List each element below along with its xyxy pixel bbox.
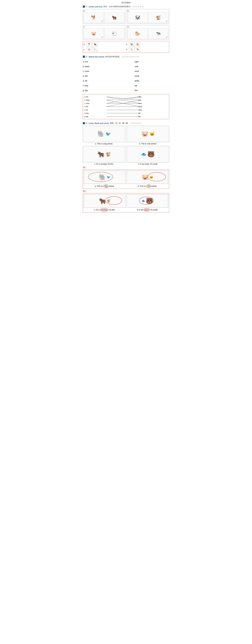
s1-horse-box: 🐎: [127, 28, 148, 39]
s1-img-row-d: 🐎 🐄: [127, 28, 168, 39]
match-left-a: a. hot: [83, 59, 117, 64]
match-right-3: short: [135, 69, 169, 74]
section-3-square: [83, 122, 85, 124]
s2-ans-left-b: b. black: [84, 98, 113, 102]
s1-dog-box: 🐕: [84, 12, 104, 23]
s3-ans-img-c: 🐂 🐒: [84, 194, 125, 208]
s1-monkey-box: 🐒: [148, 12, 169, 23]
section-1-audio: ♩S ♩S ♩S ♩S ♩S: [133, 6, 143, 8]
s1-bull-box: 🐂: [104, 12, 125, 23]
s1-ans-label-b: b.: [126, 44, 128, 45]
s3-ans-img-d: 🐟 🐻: [127, 194, 168, 208]
match-right-4: small: [135, 74, 169, 78]
match-right-6: tall: [135, 83, 169, 88]
s2-ans-left-e: e. fat: [84, 108, 113, 112]
section-2-header: 2． Match the words. 将对应的单词连线。 ♩S ♩S ♩S ♩…: [83, 55, 169, 58]
s2-ans-left-g: g. big: [84, 115, 113, 118]
s3-answer-box-1: 🐘 🐦 a. This is a big animal. 🐷 🐱 b. This…: [83, 170, 169, 189]
s2-ans-left-c: c. short: [84, 102, 113, 105]
s3-caption-a: a. This is a big animal.: [95, 143, 113, 145]
s3-ans-caption-d: d. It can swim. It's small.: [137, 208, 158, 212]
s3-ans-c: 🐂 🐒 c. It's a monkey. It's thin.: [84, 194, 125, 212]
s3-elephant-icon: 🐘: [97, 130, 105, 138]
s3-ans-caption-b: b. This is a fat animal.: [138, 184, 157, 188]
s1-pig-box: 🐷: [84, 28, 104, 39]
s3-caption-d: d. It can swim. It's small.: [138, 163, 158, 165]
s2-ans-right-5: white: [139, 108, 168, 112]
section-1-header: 1． Listen and tick. 听音，勾出与所听内容相符的图片。 ♩S …: [83, 5, 169, 8]
s1-ans-a: a. 🐕 🐂: [84, 42, 126, 46]
s1-ans-d-box1: 🦒: [129, 47, 134, 52]
s3-oval-c: [105, 196, 122, 205]
match-left-e: e. fat: [83, 78, 117, 83]
s3-item-d: 🐟 🐻 d. It can swim. It's small.: [127, 146, 169, 165]
s3-ans-img-b: 🐷 🐱: [127, 170, 168, 184]
match-left-b: b. black: [83, 64, 117, 69]
s1-item-c: c. 🐷 🐑: [83, 25, 125, 40]
s3-oval-b: [147, 172, 166, 182]
s1-cow-box: 🐄: [148, 28, 169, 39]
circle-monkey: monkey: [100, 208, 108, 212]
match-right-col: right cold short small white tall thin: [135, 59, 169, 92]
s3-ans-b: 🐷 🐱 b. This is a fat animal.: [127, 170, 168, 188]
s1-img-row-c: 🐷 🐑: [84, 28, 125, 39]
section-3: 3． Look. Read and circle. 看图，读一读，圈一圈。 ♩S…: [83, 122, 169, 212]
s1-ans-label-c: c.: [84, 48, 86, 50]
s1-img-row-b: 🐼 🐒: [127, 12, 168, 23]
match-left-c: c. short: [83, 69, 117, 74]
s2-ans-right-3: short: [139, 102, 168, 105]
section-2-main-match: a. hot b. black c. short d. left e. fat …: [83, 59, 169, 92]
section-1-number: 1．: [86, 5, 89, 8]
s3-ans-caption-a: a. This is a big animal.: [95, 184, 114, 188]
section-2-number: 2．: [86, 55, 89, 58]
section-3-subtitle: 看图，读一读，圈一圈。: [110, 122, 130, 124]
s2-ans-right: right cold short small white tall thin: [139, 95, 168, 118]
s3-ans-d: 🐟 🐻 d. It can swim. It's small.: [127, 194, 168, 212]
s1-img-row-a: 🐕 🐂: [84, 12, 125, 23]
s3-ans-img-a: 🐘 🐦: [84, 170, 125, 184]
section-3-number: 3．: [86, 122, 89, 124]
s2-ans-left-f: f. long: [84, 112, 113, 115]
s2-answer-inner: a. hot b. black c. short d. left e. fat …: [84, 95, 168, 118]
s3-bull-icon: 🐂: [97, 151, 105, 158]
section-1-square: [83, 6, 85, 8]
section-1: 1． Listen and tick. 听音，勾出与所听内容相符的图片。 ♩S …: [83, 5, 169, 53]
s1-ans-label-a: a.: [84, 44, 86, 45]
s1-ans-b: b. 🐼 🐒: [126, 42, 168, 46]
section-2-subtitle: 将对应的单词连线。: [105, 56, 121, 58]
s3-img-a: 🐘 🐦: [83, 126, 125, 142]
s1-label-b: b.: [127, 10, 168, 12]
s2-ans-left-d: d. left: [84, 105, 113, 108]
s3-answer-box-2: 🐂 🐒 c. It's a monkey. It's thin. 🐟 🐻 d. …: [83, 193, 169, 212]
s3-caption-c: c. It's a monkey. It's thin.: [94, 163, 114, 165]
s1-panda-box: 🐼: [127, 12, 148, 23]
s1-ans-label-d: d.: [126, 48, 128, 50]
section-3-title: Look. Read and circle.: [89, 122, 109, 124]
s3-item-b: 🐷 🐱 b. This is a fat animal.: [127, 126, 169, 145]
s2-ans-right-7: thin: [139, 115, 168, 118]
s3-bird-icon: 🐦: [106, 132, 111, 136]
section-2-square: [83, 56, 85, 58]
s3-answer-grid-2: 🐂 🐒 c. It's a monkey. It's thin. 🐟 🐻 d. …: [84, 194, 168, 212]
s1-ans-b-box2: 🐒: [135, 42, 140, 46]
s3-monkey-icon: 🐒: [106, 152, 111, 157]
s1-ans-a-box2: 🐂: [92, 42, 98, 46]
match-left-col: a. hot b. black c. short d. left e. fat …: [83, 59, 117, 92]
page-title: 第18页解析: [83, 2, 169, 4]
blank1-label: 空1：: [83, 166, 169, 169]
s1-ans-d-box2: 🐄: [135, 47, 140, 52]
s3-main-grid-1: 🐘 🐦 a. This is a big animal. 🐷 🐱 b. This…: [83, 126, 169, 145]
s1-ans-c: c. 🐷 🐑: [84, 47, 126, 52]
section-2-audio: ♩S ♩S ♩S ♩S ♩S ♩S ♩S ♩S: [122, 56, 139, 58]
s3-oval-d: [139, 197, 154, 204]
s1-answer-grid: a. 🐕 🐂 b. 🐼 🐒 c. 🐷 🐑 d. 🦒 🐄: [84, 42, 168, 52]
s3-ans-caption-c: c. It's a monkey. It's thin.: [94, 208, 115, 212]
circle-big: big: [104, 184, 108, 188]
s3-fish-icon: 🐟: [141, 152, 146, 157]
s3-img-c: 🐂 🐒: [83, 146, 125, 162]
section-3-audio: ♩S ♩S ♩S ♩S ♩S: [130, 122, 141, 124]
s3-img-d: 🐟 🐻: [127, 146, 169, 162]
s2-ans-right-1: right: [139, 95, 168, 98]
s1-ans-c-box2: 🐑: [92, 47, 98, 52]
match-left-f: f. long: [83, 83, 117, 88]
